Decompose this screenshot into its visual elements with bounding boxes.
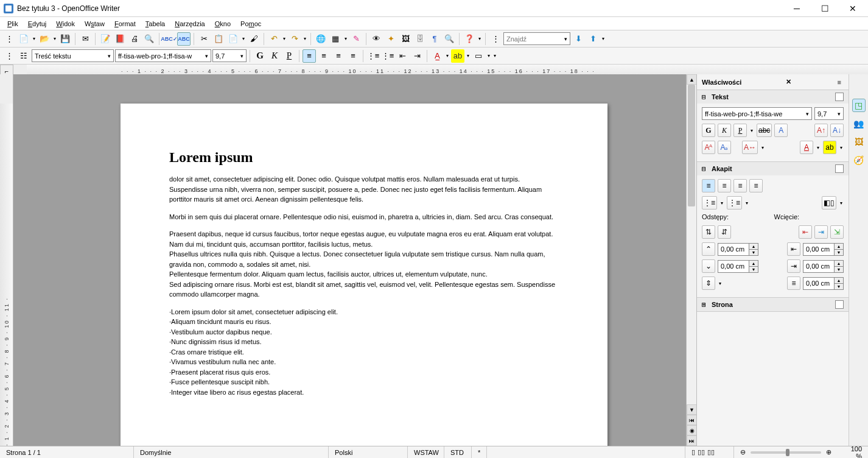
maximize-button[interactable]: ☐ [811,0,839,17]
open-dropdown[interactable]: ▾ [52,36,57,41]
menu-insert[interactable]: Wstaw [80,18,110,29]
space-below-spinner[interactable]: ▲▼ [718,260,758,273]
side-align-justify[interactable]: ≡ [749,179,763,192]
help-button[interactable]: ❓ [463,32,476,46]
font-color-dropdown[interactable]: ▾ [445,53,450,58]
firstline-spinner[interactable]: ▲▼ [803,277,844,290]
single-page-icon[interactable]: ▯ [691,448,695,456]
inc-indent-button[interactable]: ⇤ [799,225,812,239]
up2-icon[interactable]: ▲ [835,244,843,250]
paste-button[interactable]: 📄 [226,32,240,46]
side-shadow-button[interactable]: A [774,124,788,137]
numbering-button[interactable]: ⋮≡ [366,49,380,63]
styles-button[interactable]: ☷ [17,49,30,63]
side-underline-button[interactable]: P [733,124,747,137]
doc-p3[interactable]: Praesent dapibus, neque id cursus faucib… [169,229,559,249]
section-para-header[interactable]: ⊟Akapit [697,162,849,175]
font-size-combo[interactable]: 9,7▾ [212,49,247,62]
find-next-button[interactable]: ⬇ [572,32,585,46]
down-icon[interactable]: ▼ [749,250,758,255]
undo-button[interactable]: ↶ [267,32,281,46]
menu-view[interactable]: Widok [51,18,80,29]
table-dropdown[interactable]: ▾ [343,36,348,41]
find-overflow[interactable]: ▾ [601,36,606,41]
increase-indent-button[interactable]: ⇥ [410,49,424,63]
find-input[interactable] [506,35,555,43]
section-page-more-icon[interactable] [835,300,844,309]
autospell-button[interactable]: ABC [177,32,191,46]
side-fontcolor-drop[interactable]: ▾ [816,145,821,150]
indent-left-input[interactable] [803,244,834,255]
down4-icon[interactable]: ▼ [835,267,843,272]
align-left-button[interactable]: ≡ [303,49,316,63]
print-preview-button[interactable]: 🔍 [142,32,156,46]
menu-window[interactable]: Okno [210,18,236,29]
space-above-spinner[interactable]: ▲▼ [718,243,758,256]
doc-b5[interactable]: ·Cras ornare tristique elit. [169,347,559,358]
side-numbering-button[interactable]: ⋮≡ [727,196,742,210]
close-button[interactable]: ✕ [839,0,867,17]
section-text-header[interactable]: ⊟Tekst [697,90,849,104]
page-content[interactable]: Lorem ipsum dolor sit amet, consectetuer… [169,146,559,397]
align-right-button[interactable]: ≡ [332,49,345,63]
doc-b2[interactable]: ·Aliquam tincidunt mauris eu risus. [169,317,559,327]
side-bg-button[interactable]: ◧▯ [822,196,836,210]
new-doc-button[interactable]: 📄 [17,32,30,46]
font-color-button[interactable]: A̲ [430,49,444,63]
datasources-button[interactable]: 🗄 [413,32,427,46]
status-signature[interactable] [487,446,685,458]
side-align-right[interactable]: ≡ [733,179,747,192]
format-overflow[interactable]: ▾ [492,53,497,58]
font-name-combo[interactable]: ff-tisa-web-pro-1;ff-tisa-w▾ [115,49,211,62]
zoom-slider-thumb[interactable] [786,449,789,456]
hanging-indent-button[interactable]: ⇲ [830,225,844,239]
mail-button[interactable]: ✉ [79,32,92,46]
doc-p1[interactable]: dolor sit amet, consectetuer adipiscing … [169,174,559,205]
tab-navigator-icon[interactable]: 🧭 [852,153,866,167]
down3-icon[interactable]: ▼ [749,267,758,272]
status-style[interactable]: Domyślnie [134,446,329,458]
minimize-button[interactable]: ─ [783,0,811,17]
up3-icon[interactable]: ▲ [749,261,758,267]
status-selection-mode[interactable]: STD [444,446,472,458]
bullets-button[interactable]: ⋮≡ [381,49,394,63]
next-page-button[interactable]: ⏭ [687,435,697,446]
zoom-in-icon[interactable]: ⊕ [826,448,831,456]
print-button[interactable]: 🖨 [128,32,141,46]
up5-icon[interactable]: ▲ [835,278,843,284]
open-button[interactable]: 📂 [38,32,51,46]
zoom-slider[interactable] [751,451,821,454]
vertical-ruler[interactable]: · 1 · 2 · 3 · 4 · 5 · 6 · 7 · 8 · 9 · 10… [0,74,13,446]
side-superscript-button[interactable]: Aᴬ [702,141,715,154]
inc-para-spacing-button[interactable]: ⇅ [702,225,715,239]
sidebar-menu-icon[interactable]: ≡ [835,79,844,86]
space-above-input[interactable] [718,244,749,255]
indent-left-spinner[interactable]: ▲▼ [803,243,844,256]
menu-table[interactable]: Tabela [141,18,170,29]
format-paintbrush-button[interactable]: 🖌 [247,32,261,46]
export-pdf-button[interactable]: 📕 [113,32,127,46]
zoom-button[interactable]: 🔍 [443,32,456,46]
side-underline-drop[interactable]: ▾ [749,128,754,133]
prev-page-button[interactable]: ⏮ [687,415,697,425]
side-subscript-button[interactable]: Aₐ [718,141,731,154]
dec-indent-button[interactable]: ⇥ [814,225,828,239]
status-zoom[interactable]: ⊖ ⊕ [734,446,838,458]
bold-button[interactable]: G [253,49,267,63]
side-bullets-drop[interactable]: ▾ [719,200,724,206]
find-prev-button[interactable]: ⬆ [586,32,600,46]
doc-b6[interactable]: ·Vivamus vestibulum nulla nec ante. [169,357,559,367]
status-insert-mode[interactable]: WSTAW [408,446,444,458]
scroll-down-button[interactable]: ▼ [687,404,697,415]
space-below-input[interactable] [718,261,749,272]
tab-gallery-icon[interactable]: 🖼 [852,135,866,149]
new-doc-dropdown[interactable]: ▾ [32,36,37,41]
paste-dropdown[interactable]: ▾ [241,36,246,41]
document-area[interactable]: Lorem ipsum dolor sit amet, consectetuer… [13,74,686,446]
cut-button[interactable]: ✂ [197,32,211,46]
menu-help[interactable]: Pomoc [236,18,266,29]
align-justify-button[interactable]: ≡ [346,49,360,63]
hyperlink-button[interactable]: 🌐 [314,32,327,46]
toolbar-overflow[interactable]: ▾ [477,36,482,41]
doc-b4[interactable]: ·Nunc dignissim risus id metus. [169,337,559,347]
